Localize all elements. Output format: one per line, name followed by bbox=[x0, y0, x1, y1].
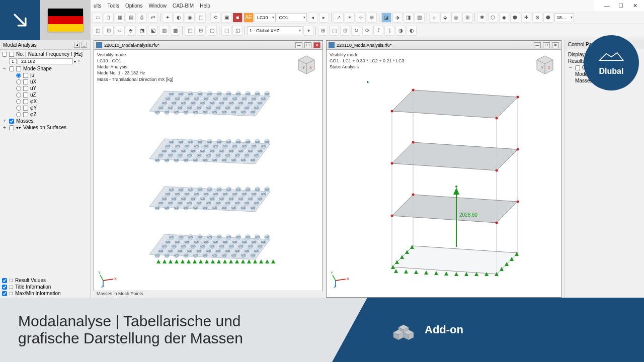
viewport-maximize-button[interactable]: ☐ bbox=[543, 42, 550, 48]
mode-shape-checkbox[interactable] bbox=[9, 66, 14, 71]
toolbar-button[interactable]: ✚ bbox=[521, 13, 531, 23]
load-case-combo[interactable]: LC10 bbox=[255, 13, 276, 22]
toolbar-button[interactable]: ⬢ bbox=[510, 13, 520, 23]
menu-item[interactable]: Options bbox=[125, 3, 142, 9]
toolbar-button[interactable]: ▢ bbox=[207, 26, 217, 36]
panel-collapse-button[interactable]: ◂ bbox=[74, 42, 80, 48]
toolbar-button[interactable]: ⊟ bbox=[196, 26, 206, 36]
viewport-static-analysis[interactable]: 220110_ModalAnalysis.rf6* — ☐ ✕ Visibili… bbox=[326, 40, 561, 298]
mode-phix-radio[interactable] bbox=[16, 99, 21, 104]
menu-item[interactable]: Window bbox=[148, 3, 167, 9]
toolbar-button[interactable]: ⊞ bbox=[462, 13, 472, 23]
toolbar-button[interactable]: ▧ bbox=[415, 13, 425, 23]
mode-uz-radio[interactable] bbox=[16, 93, 21, 98]
general-checkbox[interactable] bbox=[575, 65, 580, 70]
mode-phiy-radio[interactable] bbox=[16, 106, 21, 111]
toolbar-button[interactable]: ✶ bbox=[345, 13, 355, 23]
mode-phiz-radio[interactable] bbox=[16, 112, 21, 117]
toolbar-button[interactable]: ⬗ bbox=[392, 13, 403, 23]
toolbar-button[interactable]: ⬣ bbox=[543, 13, 553, 23]
toolbar-button[interactable]: ▣ bbox=[221, 13, 231, 23]
toolbar-button[interactable]: ▥ bbox=[159, 26, 169, 36]
freq-value[interactable]: 23.182 bbox=[18, 58, 73, 64]
viewport-maximize-button[interactable]: ☐ bbox=[304, 42, 311, 48]
toolbar-button[interactable]: ▩ bbox=[170, 26, 180, 36]
toolbar-combo[interactable]: 18… bbox=[554, 13, 574, 22]
toolbar-button[interactable]: ⊕ bbox=[367, 13, 377, 23]
mode-uy-radio[interactable] bbox=[16, 86, 21, 91]
viewport-minimize-button[interactable]: — bbox=[534, 42, 541, 48]
load-combination-combo[interactable]: CO1 bbox=[277, 13, 307, 22]
dock-item[interactable]: Results bbox=[568, 58, 585, 64]
maxmin-info-checkbox[interactable] bbox=[2, 291, 7, 296]
mode-ux-radio[interactable] bbox=[16, 79, 21, 84]
toolbar-button[interactable]: ✦ bbox=[163, 13, 173, 23]
toolbar-button[interactable]: ◫ bbox=[93, 26, 103, 36]
toolbar-button[interactable]: ✱ bbox=[477, 13, 487, 23]
masses-checkbox[interactable] bbox=[9, 119, 14, 124]
toolbar-button[interactable]: ⊡ bbox=[340, 26, 350, 36]
toolbar-button[interactable]: ▾ bbox=[303, 26, 313, 36]
toolbar-button[interactable]: ▤ bbox=[126, 13, 136, 23]
toolbar-button[interactable]: ⊗ bbox=[532, 13, 542, 23]
toolbar-button[interactable]: ⬚ bbox=[196, 13, 206, 23]
minimize-button[interactable]: — bbox=[600, 1, 614, 11]
menu-item[interactable]: Help bbox=[200, 3, 210, 9]
viewport-minimize-button[interactable]: — bbox=[295, 42, 302, 48]
toolbar-button[interactable]: ◰ bbox=[185, 26, 195, 36]
toolbar-button[interactable]: ⤵ bbox=[384, 26, 394, 36]
toolbar-button[interactable]: ◐ bbox=[174, 13, 184, 23]
toolbar-button[interactable]: ▱ bbox=[115, 26, 125, 36]
toolbar-button[interactable]: ▭ bbox=[93, 13, 103, 23]
toolbar-button[interactable]: ⊡ bbox=[104, 26, 114, 36]
toolbar-button[interactable]: ◆ bbox=[499, 13, 509, 23]
freq-dropdown-icon[interactable]: ▾ bbox=[74, 59, 76, 64]
viewport-close-button[interactable]: ✕ bbox=[552, 42, 559, 48]
menu-item[interactable]: CAD-BIM bbox=[173, 3, 194, 9]
toolbar-button[interactable]: ⬔ bbox=[137, 26, 147, 36]
mode-u-radio[interactable] bbox=[16, 73, 21, 78]
toolbar-button[interactable]: ◐ bbox=[407, 26, 417, 36]
coord-system-combo[interactable]: 1 - Global XYZ bbox=[247, 26, 302, 35]
toolbar-button[interactable]: ⟳ bbox=[362, 26, 372, 36]
freq-checkbox[interactable] bbox=[2, 52, 7, 57]
toolbar-button[interactable]: ◑ bbox=[395, 26, 406, 36]
menu-item[interactable]: Tools bbox=[108, 3, 119, 9]
viewport-close-button[interactable]: ✕ bbox=[313, 42, 320, 48]
toolbar-button[interactable]: ⊹ bbox=[356, 13, 366, 23]
toolbar-button[interactable]: ⬘ bbox=[126, 26, 136, 36]
toolbar-button[interactable]: ⬡ bbox=[488, 13, 498, 23]
toolbar-button[interactable]: ⤴ bbox=[373, 26, 383, 36]
toolbar-button[interactable]: ▯ bbox=[104, 13, 114, 23]
toolbar-button[interactable]: ⊞ bbox=[318, 26, 328, 36]
freq-more-icon[interactable]: ⋮ bbox=[77, 59, 81, 64]
toolbar-button[interactable]: ▦ bbox=[115, 13, 125, 23]
toolbar-button[interactable]: ◎ bbox=[451, 13, 461, 23]
freq-number[interactable]: 1 bbox=[9, 58, 17, 64]
toolbar-button[interactable]: ◨ bbox=[404, 13, 414, 23]
toolbar-button[interactable]: ◂ bbox=[308, 13, 318, 23]
viewport-canvas[interactable]: 2028.60 bbox=[327, 51, 561, 297]
toolbar-button[interactable]: ↗ bbox=[334, 13, 344, 23]
values-surfaces-checkbox[interactable] bbox=[9, 125, 14, 130]
toolbar-ae-button[interactable]: AE bbox=[244, 13, 254, 23]
panel-menu-button[interactable]: ⋮ bbox=[81, 42, 87, 48]
toolbar-button[interactable]: ⬚ bbox=[329, 26, 339, 36]
toolbar-button[interactable]: ⬚ bbox=[221, 26, 231, 36]
toolbar-button[interactable]: ⬕ bbox=[148, 26, 158, 36]
result-values-checkbox[interactable] bbox=[2, 278, 7, 283]
title-info-checkbox[interactable] bbox=[2, 285, 7, 290]
close-button[interactable]: ✕ bbox=[628, 1, 642, 11]
toolbar-button[interactable]: ↻ bbox=[351, 26, 361, 36]
toolbar-button[interactable]: ▸ bbox=[319, 13, 329, 23]
toolbar-button[interactable]: ◱ bbox=[232, 26, 243, 36]
toolbar-button[interactable]: ⎙ bbox=[137, 13, 147, 23]
toolbar-button[interactable]: ⟲ bbox=[210, 13, 220, 23]
toolbar-button[interactable]: ■ bbox=[232, 13, 243, 23]
maximize-button[interactable]: ☐ bbox=[614, 1, 628, 11]
toolbar-button[interactable]: ◉ bbox=[185, 13, 195, 23]
menu-item[interactable]: ults bbox=[94, 3, 102, 9]
toolbar-button[interactable]: ◪ bbox=[381, 13, 391, 23]
viewport-canvas[interactable]: 6056056056056056056056056056056056056056… bbox=[94, 51, 323, 297]
toolbar-button[interactable]: ⬙ bbox=[440, 13, 450, 23]
